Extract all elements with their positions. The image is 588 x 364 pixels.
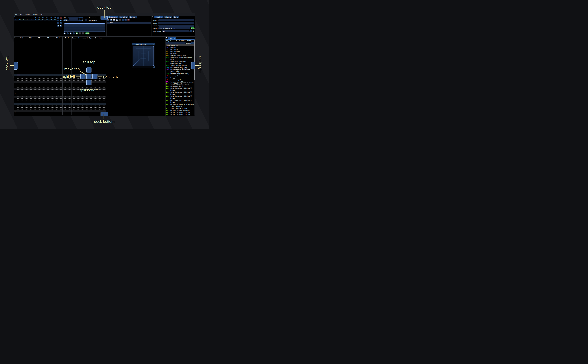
channel-header-fm-6[interactable]: FM 6 bbox=[62, 37, 72, 39]
effect-list-item[interactable]: 17xxToggle PCM mode (LEGACY) bbox=[166, 107, 194, 109]
pattern-row[interactable]: 15 bbox=[14, 101, 106, 103]
pattern-row[interactable]: 0 bbox=[14, 74, 106, 76]
order-cell[interactable]: 00 bbox=[30, 19, 33, 21]
orders-row[interactable]: 0000000000000000000000 bbox=[14, 19, 57, 21]
pattern-row[interactable]: 3 bbox=[14, 79, 106, 81]
effect-list-item[interactable]: 15xxSet level of operator 4 (0 highest, … bbox=[166, 99, 194, 103]
album-field[interactable] bbox=[158, 25, 194, 27]
move-instrument-down-button[interactable]: ↓ bbox=[125, 19, 127, 21]
order-column-S3[interactable]: S3 bbox=[49, 17, 53, 19]
pattern-row[interactable]: 17 bbox=[14, 105, 106, 107]
follow-orders-checkbox[interactable] bbox=[85, 19, 87, 21]
order-column-F6[interactable]: F6 bbox=[37, 17, 41, 19]
oscilloscope-title-bar[interactable]: ▼ Oscilloscope (X-Y) × bbox=[132, 43, 155, 45]
pattern-row[interactable]: 21 bbox=[14, 112, 106, 114]
menu-item-settings[interactable]: settings bbox=[25, 14, 30, 15]
tab-effect-list[interactable]: Effect List bbox=[168, 37, 176, 39]
split-left-target[interactable] bbox=[80, 74, 86, 79]
tab-subsongs[interactable]: Subsongs bbox=[164, 16, 172, 18]
tab-instruments[interactable]: Instruments bbox=[108, 16, 118, 18]
pattern-row[interactable]: 6 bbox=[14, 85, 106, 87]
step-plus-button[interactable]: + bbox=[81, 20, 83, 21]
menu-item-window[interactable]: window bbox=[33, 14, 38, 15]
close-icon[interactable]: × bbox=[150, 16, 151, 18]
tab-wavetables[interactable]: Wavetables bbox=[119, 16, 128, 18]
expand-orders-button[interactable]: ++ bbox=[14, 37, 16, 39]
repeat-pattern-button[interactable]: ↻ bbox=[82, 32, 84, 34]
open-instrument-button[interactable] bbox=[113, 19, 115, 21]
pattern-row[interactable]: 4 bbox=[14, 81, 106, 83]
effect-list-item[interactable]: 1BxxSet attack of operator 2 (0 to 1F) bbox=[166, 113, 194, 116]
effect-list-item[interactable]: 09xxSet groove pattern (speed 1 if no gr… bbox=[166, 69, 194, 73]
dock-bottom-target[interactable] bbox=[100, 112, 108, 116]
delete-instrument-button[interactable]: × bbox=[127, 19, 130, 21]
menu-item-help[interactable]: help bbox=[40, 14, 43, 15]
order-cell[interactable]: 00 bbox=[18, 19, 22, 21]
order-cell[interactable]: 00 bbox=[41, 19, 45, 21]
split-right-target[interactable] bbox=[92, 74, 98, 79]
poly-button[interactable]: Poly bbox=[85, 32, 89, 34]
pattern-row[interactable]: 11 bbox=[14, 94, 106, 96]
effect-list-item[interactable]: 0BxxJump to pattern bbox=[166, 75, 194, 77]
menu-item-edit[interactable]: edit bbox=[20, 14, 22, 15]
instrument-list-item[interactable]: ○ - None - bbox=[107, 22, 151, 24]
pattern-row[interactable]: 14 bbox=[14, 99, 106, 101]
instrument-type-button[interactable] bbox=[119, 19, 121, 21]
effect-list-item[interactable]: 13xxSet level of operator 2 (0 highest, … bbox=[166, 91, 194, 95]
tuning-plus-button[interactable]: + bbox=[192, 30, 194, 32]
step-label[interactable]: Step bbox=[63, 20, 68, 21]
tab-samples[interactable]: Samples bbox=[129, 16, 137, 18]
effect-list-item[interactable]: 0FxxSet speed (speed 2 if no grooves exi… bbox=[166, 81, 194, 83]
pattern-row[interactable]: 12 bbox=[14, 96, 106, 98]
effect-list-item[interactable]: 06xyVolume slide + portamento (compatibi… bbox=[166, 61, 194, 65]
close-icon[interactable]: × bbox=[193, 16, 194, 18]
move-order-up-button[interactable]: ∧ bbox=[60, 20, 62, 21]
duplicate-order-button[interactable] bbox=[57, 20, 59, 21]
split-bottom-target[interactable] bbox=[86, 80, 92, 85]
step-minus-button[interactable]: - bbox=[79, 20, 81, 21]
pattern-row[interactable]: 2 bbox=[14, 78, 106, 79]
order-cell[interactable]: 00 bbox=[49, 19, 53, 21]
dock-left-target[interactable] bbox=[14, 62, 18, 70]
split-top-target[interactable] bbox=[86, 67, 92, 73]
deep-clone-order-button[interactable]: ⊘ bbox=[57, 25, 59, 27]
channel-header-fm-2[interactable]: FM 2 bbox=[26, 37, 35, 39]
add-order-button[interactable]: + bbox=[57, 17, 59, 19]
step-input[interactable]: 1 bbox=[68, 20, 79, 21]
channel-header-fm-3[interactable]: FM 3 bbox=[35, 37, 44, 39]
pattern-row[interactable]: 20 bbox=[14, 110, 106, 112]
window-resize-grip[interactable] bbox=[153, 66, 155, 68]
order-cell[interactable]: 00 bbox=[26, 19, 29, 21]
pattern-row[interactable]: 18 bbox=[14, 107, 106, 108]
record-button[interactable] bbox=[76, 32, 78, 34]
effect-list-item[interactable]: 10xySetup LFO (x: enable; y: speed) bbox=[166, 83, 194, 85]
make-tab-target[interactable] bbox=[86, 74, 92, 79]
effect-list-item[interactable]: 16xySet operator multiplier (x: operator… bbox=[166, 103, 194, 107]
remove-order-button[interactable]: − bbox=[60, 17, 62, 19]
effect-list-item[interactable]: 0DxxJump to next pattern bbox=[166, 79, 194, 81]
name-field[interactable] bbox=[158, 19, 194, 21]
effect-list-scrollbar-thumb[interactable] bbox=[194, 40, 195, 80]
order-cell[interactable]: 00 bbox=[22, 19, 26, 21]
tuning-field[interactable]: 440 bbox=[162, 30, 190, 32]
effect-list-item[interactable]: 04xyVibrato (x: speed; y: depth) bbox=[166, 55, 194, 57]
order-cell[interactable]: 00 bbox=[53, 19, 57, 21]
effect-list-item[interactable]: 19xxSet attack of all operators (0 to 1F… bbox=[166, 109, 194, 111]
effect-list-item[interactable]: 05xyVolume slide + vibrato (compatibilit… bbox=[166, 57, 194, 61]
pattern-row[interactable]: 19 bbox=[14, 108, 106, 110]
menu-item-file[interactable]: file bbox=[15, 14, 17, 15]
duplicate-instrument-button[interactable] bbox=[110, 19, 112, 21]
system-field[interactable]: Sega Genesis/Mega Drive bbox=[158, 27, 190, 29]
pattern-row[interactable]: 1 bbox=[14, 76, 106, 78]
save-instrument-button[interactable] bbox=[116, 19, 118, 21]
effect-list-item[interactable]: 11xxSet feedback (0 to 7) bbox=[166, 85, 194, 87]
metronome-button[interactable] bbox=[79, 32, 81, 34]
effect-list-item[interactable]: 03xxPortamento bbox=[166, 53, 194, 55]
play-from-cursor-button[interactable]: ▶ bbox=[66, 32, 69, 34]
channel-header-fm-1[interactable]: FM 1 bbox=[17, 37, 26, 39]
collapse-icon[interactable]: ▼ bbox=[133, 44, 134, 45]
order-column-F5[interactable]: F5 bbox=[33, 17, 37, 19]
order-change-mode-button[interactable]: ↖ bbox=[60, 25, 62, 27]
move-instrument-up-button[interactable]: ↑ bbox=[122, 19, 124, 21]
play-one-row-button[interactable]: ▶ bbox=[70, 32, 72, 34]
